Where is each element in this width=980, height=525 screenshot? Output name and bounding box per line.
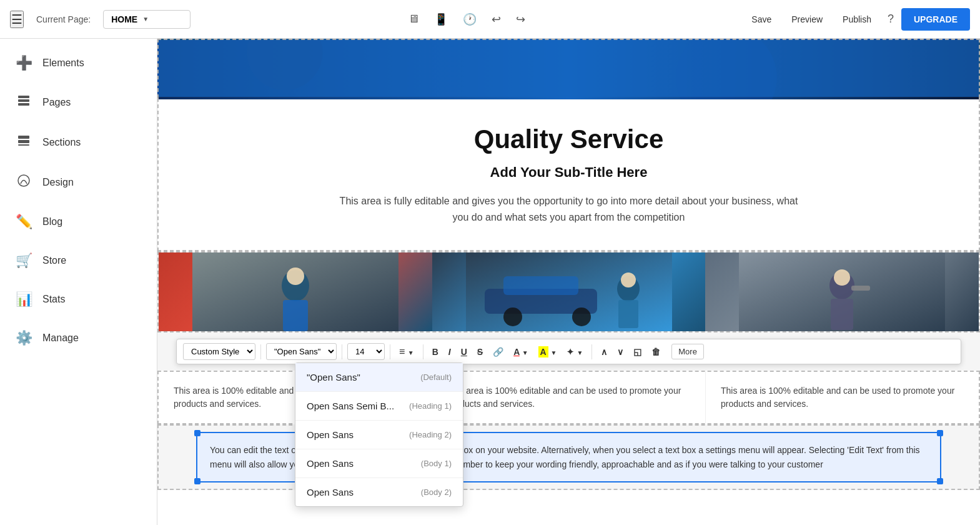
store-icon: 🛒: [15, 252, 32, 269]
toolbar-sep-5: [591, 344, 592, 359]
font-item-3[interactable]: Open Sans (Body 1): [295, 449, 463, 478]
font-item-4[interactable]: Open Sans (Body 2): [295, 478, 463, 506]
font-tag-0: (Default): [420, 372, 452, 382]
svg-rect-24: [831, 299, 853, 330]
top-bar-left: ☰ Current Page: HOME ▼: [10, 10, 191, 29]
selected-section[interactable]: You can edit the text on this website by…: [157, 424, 980, 490]
font-item-1[interactable]: Open Sans Semi B... (Heading 1): [295, 392, 463, 421]
resize-handle-tl[interactable]: [194, 430, 200, 436]
svg-rect-3: [18, 136, 29, 139]
sidebar-label-sections: Sections: [42, 137, 81, 148]
sidebar-item-stats[interactable]: 📊 Stats: [0, 280, 157, 319]
text-toolbar: Custom Style "Open Sans" 14 ≡ ▼ B I U: [176, 339, 961, 364]
font-item-0[interactable]: "Open Sans" (Default): [295, 363, 463, 392]
align-btn[interactable]: ≡ ▼: [395, 344, 418, 360]
sidebar-label-stats: Stats: [42, 294, 65, 305]
svg-point-13: [287, 268, 304, 285]
sidebar: ➕ Elements Pages Sections: [0, 39, 157, 525]
sections-icon: [15, 134, 32, 151]
font-tag-4: (Body 2): [421, 488, 452, 497]
stats-icon: 📊: [15, 291, 32, 308]
sidebar-item-design[interactable]: Design: [0, 162, 157, 202]
svg-point-21: [621, 272, 636, 288]
sidebar-item-store[interactable]: 🛒 Store: [0, 241, 157, 280]
bold-btn[interactable]: B: [428, 344, 442, 359]
svg-point-8: [247, 40, 322, 90]
delete-btn[interactable]: 🗑: [648, 344, 664, 359]
history-btn[interactable]: 🕐: [459, 10, 480, 29]
font-tag-1: (Heading 1): [409, 401, 452, 411]
resize-handle-br[interactable]: [937, 478, 943, 484]
image-2[interactable]: [432, 252, 706, 331]
canvas-area[interactable]: Quality Service Add Your Sub-Title Here …: [157, 39, 980, 525]
effects-btn[interactable]: ✦ ▼: [563, 344, 587, 359]
svg-point-25: [834, 269, 850, 286]
mobile-view-btn[interactable]: 📱: [430, 10, 452, 29]
text-col-2-content: This area is 100% editable and can be us…: [447, 384, 690, 411]
text-sections-row: This area is 100% editable and can be us…: [157, 371, 980, 424]
font-name-3: Open Sans: [307, 458, 354, 469]
style-select[interactable]: Custom Style: [183, 343, 255, 360]
sidebar-item-sections[interactable]: Sections: [0, 122, 157, 162]
svg-rect-12: [283, 300, 308, 331]
toolbar-sep-1: [260, 344, 261, 359]
font-name-4: Open Sans: [307, 487, 354, 498]
svg-point-9: [676, 40, 777, 99]
sidebar-label-blog: Blog: [42, 216, 62, 228]
sidebar-label-pages: Pages: [42, 97, 71, 108]
svg-rect-16: [503, 276, 578, 295]
desktop-view-btn[interactable]: 🖥: [404, 10, 423, 28]
resize-handle-tr[interactable]: [937, 430, 943, 436]
more-btn[interactable]: More: [671, 344, 704, 359]
images-section[interactable]: [157, 251, 980, 332]
undo-btn[interactable]: ↩: [488, 10, 505, 29]
font-tag-3: (Body 1): [421, 459, 452, 468]
chevron-up-btn[interactable]: ∧: [597, 344, 611, 359]
publish-button[interactable]: Publish: [834, 9, 880, 29]
italic-btn[interactable]: I: [445, 344, 455, 359]
save-button[interactable]: Save: [743, 9, 780, 29]
image-3[interactable]: [705, 252, 979, 331]
link-btn[interactable]: 🔗: [489, 344, 507, 359]
svg-rect-5: [18, 144, 29, 146]
sidebar-item-manage[interactable]: ⚙️ Manage: [0, 319, 157, 358]
content-section[interactable]: Quality Service Add Your Sub-Title Here …: [157, 98, 980, 251]
help-button[interactable]: ?: [883, 10, 899, 28]
chevron-down-btn[interactable]: ∨: [613, 344, 627, 359]
resize-handle-bl[interactable]: [194, 478, 200, 484]
font-name-2: Open Sans: [307, 429, 354, 440]
image-1[interactable]: [159, 252, 432, 331]
sidebar-item-pages[interactable]: Pages: [0, 82, 157, 122]
plus-icon: ➕: [15, 55, 32, 71]
hamburger-menu[interactable]: ☰: [10, 11, 24, 28]
page-dropdown[interactable]: HOME ▼: [103, 10, 191, 29]
layer-btn[interactable]: ◱: [630, 344, 645, 359]
sidebar-item-blog[interactable]: ✏️ Blog: [0, 202, 157, 241]
hero-section[interactable]: [157, 39, 980, 98]
text-col-2[interactable]: This area is 100% editable and can be us…: [432, 372, 706, 423]
font-tag-2: (Heading 2): [409, 430, 452, 439]
svg-rect-2: [18, 103, 29, 106]
svg-rect-20: [618, 300, 638, 328]
font-item-2[interactable]: Open Sans (Heading 2): [295, 421, 463, 449]
sidebar-label-elements: Elements: [42, 58, 84, 69]
redo-btn[interactable]: ↪: [512, 10, 529, 29]
upgrade-button[interactable]: UPGRADE: [901, 8, 970, 31]
toolbar-sep-3: [390, 344, 390, 359]
sidebar-item-elements[interactable]: ➕ Elements: [0, 44, 157, 82]
size-select[interactable]: 14: [347, 343, 385, 360]
svg-rect-1: [18, 99, 29, 102]
dropdown-arrow: ▼: [142, 16, 149, 22]
text-col-3[interactable]: This area is 100% editable and can be us…: [706, 372, 979, 423]
toolbar-container: Custom Style "Open Sans" 14 ≡ ▼ B I U: [157, 332, 980, 371]
main-layout: ➕ Elements Pages Sections: [0, 39, 980, 525]
font-select[interactable]: "Open Sans": [266, 343, 337, 360]
pages-icon: [15, 94, 32, 111]
toolbar-sep-4: [423, 344, 423, 359]
highlight-btn[interactable]: A ▼: [535, 344, 561, 359]
color-btn[interactable]: A ▼: [510, 344, 532, 359]
preview-button[interactable]: Preview: [783, 9, 831, 29]
strike-btn[interactable]: S: [473, 344, 487, 359]
sidebar-label-manage: Manage: [42, 332, 79, 344]
underline-btn[interactable]: U: [457, 344, 471, 359]
